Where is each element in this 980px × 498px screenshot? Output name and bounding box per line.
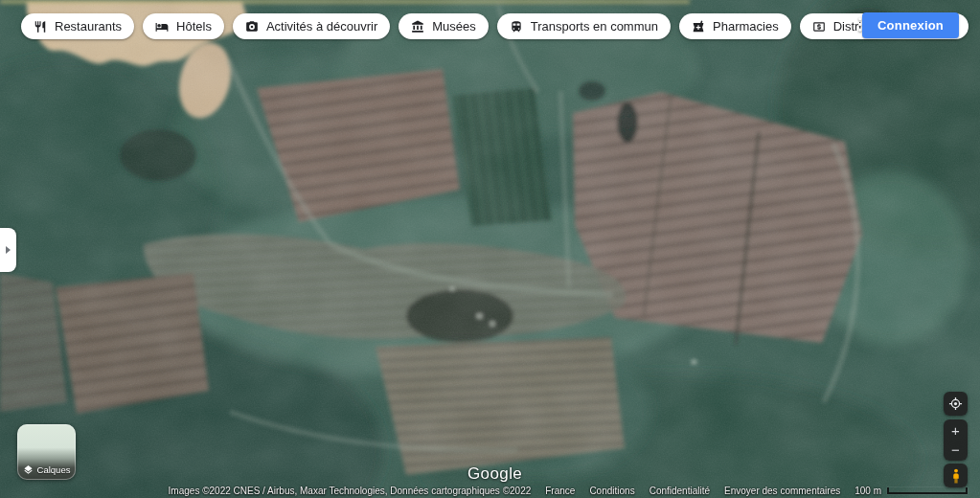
layers-icon — [23, 464, 34, 475]
attribution-bar: Images ©2022 CNES / Airbus, Maxar Techno… — [169, 486, 968, 496]
layers-card[interactable]: Calques — [17, 424, 76, 480]
chip-activities[interactable]: Activités à découvrir — [233, 13, 390, 39]
transit-icon — [510, 20, 523, 34]
feedback-link[interactable]: Envoyer des commentaires — [724, 486, 840, 496]
chip-museums[interactable]: Musées — [399, 13, 489, 39]
chip-label: Hôtels — [176, 19, 212, 34]
atm-icon — [812, 20, 826, 34]
chip-transit[interactable]: Transports en commun — [497, 13, 671, 39]
pegman-button[interactable] — [944, 464, 968, 487]
chip-label: Pharmacies — [713, 19, 779, 34]
side-panel-expand-button[interactable] — [0, 228, 16, 272]
terms-link[interactable]: Conditions — [589, 486, 634, 496]
region-label: France — [545, 486, 575, 496]
scale-bar — [887, 487, 968, 494]
chip-label: Musées — [432, 19, 476, 34]
layers-card-label: Calques — [37, 464, 71, 475]
hotel-icon — [155, 20, 169, 34]
my-location-button[interactable] — [944, 392, 968, 416]
my-location-icon — [948, 396, 963, 411]
camera-icon — [245, 20, 259, 34]
pegman-icon — [949, 468, 963, 484]
satellite-imagery[interactable] — [0, 0, 980, 498]
scale-label: 100 m — [855, 486, 881, 496]
chevron-right-icon — [6, 246, 11, 254]
zoom-in-button[interactable]: + — [944, 421, 968, 440]
category-chip-bar: Restaurants Hôtels Activités à découvrir… — [21, 13, 969, 39]
google-logo: Google — [467, 464, 522, 484]
chip-label: Transports en commun — [531, 19, 658, 34]
chip-restaurants[interactable]: Restaurants — [21, 13, 134, 39]
google-maps-window: Restaurants Hôtels Activités à découvrir… — [0, 0, 980, 498]
restaurant-icon — [34, 20, 47, 34]
chip-label: Activités à découvrir — [266, 19, 377, 34]
signin-button[interactable]: Connexion — [862, 12, 959, 38]
zoom-out-button[interactable]: − — [944, 441, 968, 459]
museum-icon — [411, 20, 424, 34]
chip-label: Restaurants — [55, 19, 122, 34]
imagery-credit: Images ©2022 CNES / Airbus, Maxar Techno… — [169, 486, 532, 496]
chip-pharmacies[interactable]: Pharmacies — [679, 13, 791, 39]
chip-hotels[interactable]: Hôtels — [143, 13, 224, 39]
pharmacy-icon — [692, 20, 705, 34]
privacy-link[interactable]: Confidentialité — [650, 486, 710, 496]
zoom-control: + − — [944, 419, 968, 461]
